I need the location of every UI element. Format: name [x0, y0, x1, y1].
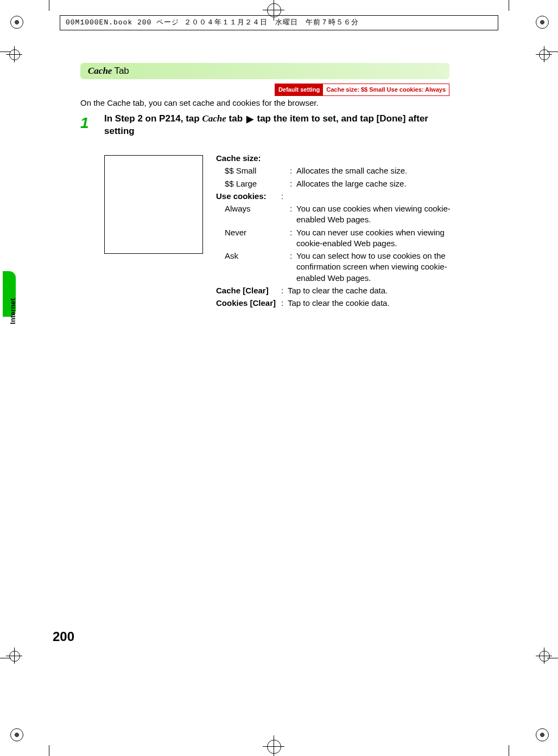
step-text-tab: Cache	[202, 113, 226, 124]
definition-description: Allocates the small cache size.	[296, 165, 451, 176]
definition-description: You can never use cookies when viewing c…	[296, 227, 451, 249]
section-title-italic: Cache	[88, 65, 112, 78]
definition-colon: :	[290, 203, 296, 226]
definition-term: Never	[216, 227, 290, 249]
definition-colon: :	[290, 178, 296, 189]
default-setting-box: Default setting Cache size: $$ Small Use…	[275, 84, 449, 96]
registration-mark-icon	[8, 13, 25, 30]
definition-colon: :	[281, 285, 288, 296]
definition-term: Ask	[216, 251, 290, 284]
section-heading: Cache Tab	[80, 63, 449, 79]
definition-colon: :	[281, 298, 288, 309]
registration-mark-icon	[8, 726, 25, 743]
definition-row: Never:You can never use cookies when vie…	[216, 227, 451, 249]
crop-mark-icon	[509, 745, 509, 756]
arrow-icon: ▶	[246, 113, 253, 126]
registration-mark-icon	[533, 13, 550, 30]
definition-colon	[281, 153, 288, 164]
registration-mark-icon	[533, 726, 550, 743]
definition-colon: :	[290, 251, 296, 284]
definition-row: Use cookies::	[216, 191, 451, 202]
definition-row: $$ Large:Allocates the large cache size.	[216, 178, 451, 189]
definition-row: Cache [Clear]:Tap to clear the cache dat…	[216, 285, 451, 296]
definition-term: Cache [Clear]	[216, 285, 281, 296]
definition-row: Ask:You can select how to use cookies on…	[216, 251, 451, 284]
default-setting-value: Cache size: $$ Small Use cookies: Always	[323, 84, 449, 95]
definition-term: Cookies [Clear]	[216, 298, 281, 309]
definition-description: You can select how to use cookies on the…	[296, 251, 451, 284]
definition-list: Cache size:$$ Small:Allocates the small …	[216, 153, 451, 310]
crop-mark-icon	[49, 745, 49, 756]
section-tab-label: Internet	[8, 298, 18, 324]
step-instruction: In Step 2 on P214, tap Cache tab ▶ tap t…	[104, 113, 449, 138]
section-title-rest: Tab	[114, 65, 129, 78]
default-setting-label: Default setting	[275, 84, 323, 95]
step-block: 1 In Step 2 on P214, tap Cache tab ▶ tap…	[80, 113, 449, 138]
definition-description	[288, 191, 451, 202]
definition-description: You can use cookies when viewing cookie-…	[296, 203, 451, 226]
definition-description: Tap to clear the cache data.	[288, 285, 451, 296]
definition-row: Always:You can use cookies when viewing …	[216, 203, 451, 226]
intro-text: On the Cache tab, you can set cache and …	[80, 98, 319, 108]
definition-colon: :	[281, 191, 288, 202]
definition-description: Allocates the large cache size.	[296, 178, 451, 189]
definition-term: $$ Large	[216, 178, 290, 189]
definition-colon: :	[290, 227, 296, 249]
page-root: 00M1000EN.book 200 ページ ２００４年１１月２４日 水曜日 午…	[0, 0, 558, 756]
page-number: 200	[53, 628, 74, 645]
step-text-post-tab: tab	[226, 113, 245, 124]
definition-row: Cookies [Clear]:Tap to clear the cookie …	[216, 298, 451, 309]
step-number: 1	[80, 113, 89, 133]
definition-description	[288, 153, 451, 164]
crop-mark-icon	[49, 0, 49, 11]
print-header: 00M1000EN.book 200 ページ ２００４年１１月２４日 水曜日 午…	[60, 15, 498, 30]
definition-row: $$ Small:Allocates the small cache size.	[216, 165, 451, 176]
definition-term: Cache size:	[216, 153, 281, 164]
definition-term: Use cookies:	[216, 191, 281, 202]
definition-term: $$ Small	[216, 165, 290, 176]
crop-mark-icon	[509, 0, 509, 11]
screenshot-placeholder	[104, 155, 203, 254]
step-text-pre: In Step 2 on P214, tap	[104, 113, 202, 124]
definition-colon: :	[290, 165, 296, 176]
definition-row: Cache size:	[216, 153, 451, 164]
definition-term: Always	[216, 203, 290, 226]
definition-description: Tap to clear the cookie data.	[288, 298, 451, 309]
